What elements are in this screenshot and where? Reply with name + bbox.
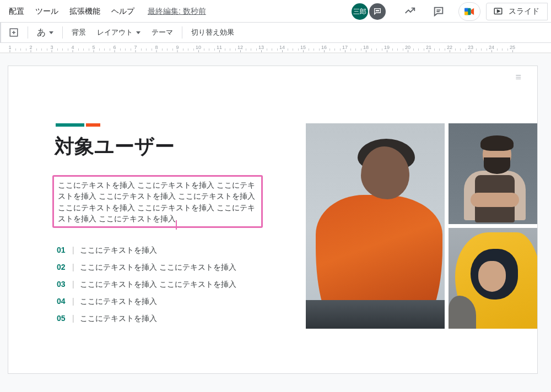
chat-bubble-icon[interactable]: [369, 3, 386, 20]
slide[interactable]: ≡ 対象ユーザー ここにテキストを挿入 ここにテキストを挿入 ここにテキストを挿…: [8, 66, 538, 374]
toolbar-separator: [28, 26, 28, 39]
svg-point-2: [378, 10, 379, 11]
list-number: 01: [57, 246, 72, 254]
list-text: ここにテキストを挿入 ここにテキストを挿入: [80, 280, 236, 290]
ruler: 1234567891011121314151617181920212223242…: [0, 43, 551, 53]
theme-button[interactable]: テーマ: [148, 25, 176, 40]
menu-tools[interactable]: ツール: [30, 4, 64, 19]
accent-bar: [56, 123, 100, 127]
menu-extensions[interactable]: 拡張機能: [64, 4, 106, 19]
svg-rect-6: [464, 8, 468, 12]
toolbar-separator: [62, 26, 63, 39]
drag-handle-icon[interactable]: ≡: [515, 72, 522, 83]
list-item[interactable]: 01 | ここにテキストを挿入: [57, 246, 236, 255]
slide-body-text[interactable]: ここにテキストを挿入 ここにテキストを挿入 ここにテキストを挿入 ここにテキスト…: [58, 179, 258, 224]
list-number: 03: [57, 280, 72, 288]
slide-image-small-bottom[interactable]: [449, 228, 538, 329]
slide-title[interactable]: 対象ユーザー: [55, 133, 175, 160]
slide-list[interactable]: 01 | ここにテキストを挿入 02 | ここにテキストを挿入 ここにテキストを…: [57, 246, 236, 331]
last-edit-text[interactable]: 最終編集: 数秒前: [148, 7, 206, 17]
add-box-button[interactable]: [6, 25, 22, 40]
list-number: 04: [57, 297, 72, 306]
list-divider: |: [72, 246, 74, 254]
list-number: 05: [57, 314, 72, 323]
list-item[interactable]: 03 | ここにテキストを挿入 ここにテキストを挿入: [57, 280, 236, 290]
trend-icon[interactable]: [401, 3, 419, 20]
menu-arrange[interactable]: 配置: [3, 4, 30, 19]
list-divider: |: [72, 263, 74, 271]
list-text: ここにテキストを挿入: [80, 246, 157, 255]
ime-label: あ: [37, 27, 46, 39]
ime-indicator[interactable]: あ: [34, 25, 57, 41]
layout-button[interactable]: レイアウト: [94, 25, 144, 40]
svg-rect-7: [464, 12, 468, 15]
menu-help[interactable]: ヘルプ: [106, 4, 140, 19]
list-item[interactable]: 02 | ここにテキストを挿入 ここにテキストを挿入: [57, 263, 236, 273]
transition-button[interactable]: 切り替え効果: [188, 25, 237, 40]
layout-label: レイアウト: [97, 28, 133, 37]
list-divider: |: [72, 314, 74, 323]
present-label: スライド: [509, 7, 539, 17]
list-divider: |: [72, 280, 74, 288]
canvas-area[interactable]: ≡ 対象ユーザー ここにテキストを挿入 ここにテキストを挿入 ここにテキストを挿…: [0, 53, 551, 392]
svg-point-1: [377, 10, 377, 11]
comment-icon[interactable]: [430, 3, 447, 20]
chevron-down-icon: [136, 31, 141, 34]
slide-image-small-top[interactable]: [449, 123, 538, 224]
slide-image-large[interactable]: [306, 123, 445, 329]
chevron-down-icon: [49, 31, 53, 34]
list-text: ここにテキストを挿入 ここにテキストを挿入: [80, 263, 236, 273]
meet-button[interactable]: [458, 2, 480, 21]
list-text: ここにテキストを挿入: [80, 297, 157, 307]
list-text: ここにテキストを挿入: [80, 314, 157, 324]
list-item[interactable]: 04 | ここにテキストを挿入: [57, 297, 236, 307]
list-divider: |: [72, 297, 74, 306]
svg-marker-9: [498, 10, 500, 13]
toolbar-separator: [182, 26, 182, 39]
present-button[interactable]: スライド: [486, 3, 548, 20]
list-number: 02: [57, 263, 72, 271]
toolbar: あ 背景 レイアウト テーマ 切り替え効果: [0, 22, 551, 43]
avatar[interactable]: 三郎: [352, 3, 368, 20]
body-text-content: ここにテキストを挿入 ここにテキストを挿入 ここにテキストを挿入 ここにテキスト…: [58, 181, 255, 223]
background-button[interactable]: 背景: [68, 25, 89, 40]
list-item[interactable]: 05 | ここにテキストを挿入: [57, 314, 236, 324]
menu-bar: 配置 ツール 拡張機能 ヘルプ 最終編集: 数秒前 三郎 スライド: [0, 0, 551, 22]
svg-point-0: [376, 10, 376, 11]
play-icon: [493, 7, 503, 17]
